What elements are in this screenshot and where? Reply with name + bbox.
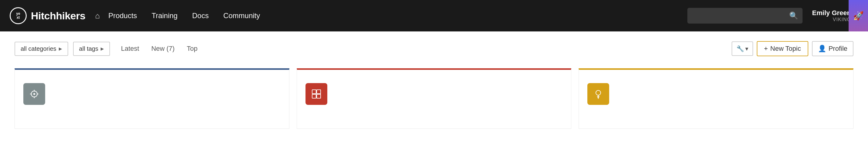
card-red bbox=[297, 68, 571, 129]
home-icon[interactable]: ⌂ bbox=[95, 11, 100, 20]
categories-label: all categories bbox=[21, 45, 56, 52]
user-name: Emily Green bbox=[812, 9, 851, 17]
nav-community[interactable]: Community bbox=[223, 11, 260, 20]
wrench-dropdown-arrow-icon: ▾ bbox=[745, 45, 748, 52]
card-icon-0 bbox=[23, 83, 45, 105]
filter-bar: all categories ▶ all tags ▶ Latest New (… bbox=[14, 41, 854, 56]
logo-area[interactable]: ye xt Hitchhikers bbox=[10, 7, 86, 24]
new-topic-plus-icon: + bbox=[764, 45, 768, 52]
svg-rect-9 bbox=[317, 94, 321, 98]
navbar: ye xt Hitchhikers ⌂ Products Training Do… bbox=[0, 0, 868, 32]
tags-filter-button[interactable]: all tags ▶ bbox=[73, 42, 110, 56]
categories-filter-button[interactable]: all categories ▶ bbox=[14, 42, 68, 56]
search-area: 🔍 bbox=[687, 8, 803, 24]
card-icon-1 bbox=[306, 83, 327, 105]
new-topic-button[interactable]: + New Topic bbox=[757, 41, 808, 56]
tags-label: all tags bbox=[79, 45, 98, 52]
profile-label: Profile bbox=[829, 45, 847, 52]
nav-training[interactable]: Training bbox=[152, 11, 178, 20]
nav-products[interactable]: Products bbox=[108, 11, 137, 20]
cards-row bbox=[14, 68, 854, 129]
tab-latest[interactable]: Latest bbox=[115, 42, 145, 55]
card-icon-2 bbox=[587, 83, 609, 105]
svg-rect-8 bbox=[312, 94, 316, 98]
brand-name: Hitchhikers bbox=[31, 10, 86, 22]
svg-point-10 bbox=[596, 90, 601, 95]
svg-rect-7 bbox=[317, 90, 321, 94]
tags-arrow-icon: ▶ bbox=[101, 46, 104, 51]
card-blue bbox=[14, 68, 289, 129]
tab-new[interactable]: New (7) bbox=[145, 42, 181, 55]
content-area: all categories ▶ all tags ▶ Latest New (… bbox=[0, 32, 868, 165]
categories-arrow-icon: ▶ bbox=[59, 46, 62, 51]
card-yellow bbox=[579, 68, 854, 129]
wrench-settings-button[interactable]: 🔧 ▾ bbox=[732, 41, 753, 56]
nav-docs[interactable]: Docs bbox=[192, 11, 209, 20]
tab-top[interactable]: Top bbox=[181, 42, 204, 55]
logo-letters: ye xt bbox=[16, 12, 20, 19]
rocket-button[interactable]: 🚀 bbox=[848, 0, 868, 32]
logo-circle: ye xt bbox=[10, 7, 27, 24]
profile-button[interactable]: 👤 Profile bbox=[812, 41, 854, 56]
profile-icon: 👤 bbox=[818, 45, 826, 52]
search-input[interactable] bbox=[687, 8, 803, 24]
user-badge: VIKING bbox=[812, 17, 851, 23]
svg-rect-6 bbox=[312, 90, 316, 94]
rocket-icon: 🚀 bbox=[853, 11, 864, 21]
nav-links: Products Training Docs Community bbox=[108, 11, 260, 20]
svg-point-1 bbox=[33, 93, 35, 95]
user-info: Emily Green VIKING bbox=[812, 9, 851, 23]
new-topic-label: New Topic bbox=[770, 45, 801, 52]
wrench-icon: 🔧 bbox=[737, 45, 744, 52]
